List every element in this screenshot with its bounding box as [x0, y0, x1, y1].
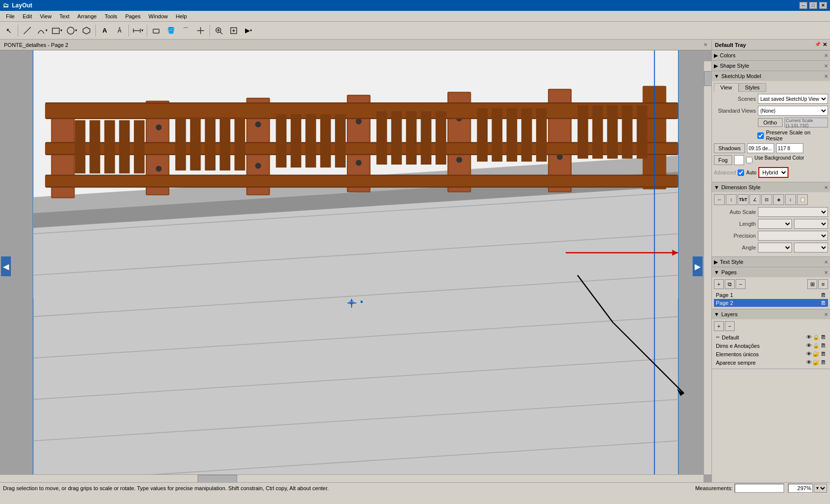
maximize-button[interactable]: □ — [809, 2, 817, 9]
delete-layer-button[interactable]: − — [725, 321, 735, 331]
sketchup-close-icon[interactable]: ✕ — [824, 74, 828, 79]
angle-select-2[interactable] — [794, 243, 828, 252]
vertical-scrollbar[interactable] — [704, 61, 711, 474]
rect-tool[interactable]: ▾ — [50, 24, 64, 38]
page-canvas[interactable]: ◀ ▶ — [0, 50, 711, 482]
tray-pin-icon[interactable]: 📌 — [815, 42, 821, 48]
standard-views-select[interactable]: (None) — [758, 106, 828, 116]
polygon-tool[interactable] — [80, 24, 93, 38]
dim-btn-ordinate[interactable]: ↕ — [726, 194, 737, 205]
ortho-button[interactable]: Ortho — [758, 118, 783, 127]
precision-select[interactable] — [758, 231, 828, 241]
dim-btn-copy[interactable]: 📋 — [797, 194, 808, 205]
line-tool[interactable] — [20, 24, 34, 38]
layer-dims-visible-icon[interactable]: 👁 — [806, 342, 812, 349]
pages-close-icon[interactable]: ✕ — [824, 270, 828, 275]
sketchup-model-header[interactable]: ▼ SketchUp Model ✕ — [712, 71, 830, 81]
preserve-scale-checkbox[interactable] — [757, 132, 764, 139]
colors-section-header[interactable]: ▶ Colors ✕ — [712, 50, 830, 60]
fog-color-swatch[interactable] — [734, 155, 744, 165]
text-tool[interactable]: A — [98, 24, 112, 38]
dim-btn-chain[interactable]: ◈ — [773, 194, 784, 205]
document-tab-label[interactable]: PONTE_detalhes - Page 2 — [4, 42, 68, 48]
pages-grid-view[interactable]: ⊞ — [807, 279, 817, 289]
dim-btn-angle[interactable]: ∠ — [749, 194, 760, 205]
menu-window[interactable]: Window — [145, 12, 172, 20]
page-nav-left[interactable]: ◀ — [1, 256, 11, 276]
dim-btn-text[interactable]: TbT — [738, 194, 748, 205]
fog-button[interactable]: Fog — [714, 155, 732, 165]
shape-style-header[interactable]: ▶ Shape Style ✕ — [712, 61, 830, 71]
tray-close-icon[interactable]: ✕ — [823, 42, 827, 48]
label-tool[interactable]: Ā — [113, 24, 126, 38]
colors-close-icon[interactable]: ✕ — [824, 53, 828, 58]
layers-section-header[interactable]: ▼ Layers ✕ — [712, 309, 830, 319]
menu-view[interactable]: View — [36, 12, 56, 20]
delete-page-button[interactable]: − — [736, 279, 746, 289]
page-2-item[interactable]: Page 2 🖹 — [714, 299, 828, 307]
layers-close-icon[interactable]: ✕ — [824, 312, 828, 317]
layer-elementos[interactable]: Elementos únicos 👁 🔐 🖹 — [714, 350, 828, 358]
layer-aparece[interactable]: Aparece sempre 👁 🔐 🖹 — [714, 358, 828, 367]
close-button[interactable]: ✕ — [819, 2, 827, 9]
dim-btn-break[interactable]: ⊟ — [761, 194, 772, 205]
menu-file[interactable]: File — [2, 12, 19, 20]
zoom-dropdown[interactable]: ▾ — [814, 484, 827, 493]
page-nav-right[interactable]: ▶ — [693, 256, 703, 276]
layer-default-lock-icon[interactable]: 🔒 — [813, 334, 820, 340]
tab-styles[interactable]: Styles — [739, 83, 766, 92]
zoom-value[interactable] — [788, 484, 813, 493]
layer-aparece-visible-icon[interactable]: 👁 — [806, 359, 812, 366]
dimension-style-header[interactable]: ▼ Dimension Style ✕ — [712, 182, 830, 192]
length-select-2[interactable] — [794, 219, 828, 229]
layer-aparece-lock-icon[interactable]: 🔐 — [813, 359, 820, 366]
layer-default-visible-icon[interactable]: 👁 — [806, 334, 812, 340]
duplicate-page-button[interactable]: ⧉ — [725, 279, 735, 289]
menu-pages[interactable]: Pages — [121, 12, 144, 20]
layer-elementos-visible-icon[interactable]: 👁 — [806, 351, 812, 357]
dimension-tool-dropdown[interactable]: ▾ — [131, 24, 145, 38]
arc-tool-dropdown[interactable]: ▾ — [35, 24, 49, 38]
window-controls[interactable]: ─ □ ✕ — [799, 2, 827, 9]
menu-text[interactable]: Text — [55, 12, 73, 20]
menu-arrange[interactable]: Arrange — [74, 12, 101, 20]
use-bg-color-checkbox[interactable] — [746, 155, 752, 165]
page-1-item[interactable]: Page 1 🖹 — [714, 291, 828, 299]
menu-edit[interactable]: Edit — [19, 12, 36, 20]
pan-dropdown[interactable]: ▶▾ — [242, 24, 255, 38]
minimize-button[interactable]: ─ — [799, 2, 807, 9]
measurements-input[interactable] — [735, 484, 784, 493]
dim-btn-move[interactable]: ↕ — [785, 194, 796, 205]
circle-tool[interactable]: ▾ — [65, 24, 79, 38]
zoom-fit-tool[interactable] — [227, 24, 241, 38]
length-select-1[interactable] — [758, 219, 792, 229]
horizontal-scrollbar[interactable] — [0, 474, 704, 482]
zoom-in-tool[interactable] — [212, 24, 226, 38]
pages-section-header[interactable]: ▼ Pages ✕ — [712, 267, 830, 277]
shadows-button[interactable]: Shadows — [714, 143, 745, 153]
eraser-tool[interactable] — [149, 24, 163, 38]
hybrid-select[interactable]: Hybrid Vector Raster — [758, 167, 788, 178]
bezier-tool[interactable]: ⌒ — [179, 24, 193, 38]
document-tab-close[interactable]: ✕ — [704, 42, 707, 47]
layer-elementos-lock-icon[interactable]: 🔐 — [813, 351, 820, 357]
shadows-val-input[interactable] — [776, 143, 803, 153]
layer-default[interactable]: ✏ Default 👁 🔒 🖹 — [714, 333, 828, 341]
auto-checkbox[interactable] — [738, 169, 744, 176]
layer-dims-lock-icon[interactable]: 🔒 — [813, 342, 820, 349]
tab-view[interactable]: View — [714, 83, 739, 92]
add-layer-button[interactable]: + — [714, 321, 724, 331]
add-page-button[interactable]: + — [714, 279, 724, 289]
menu-tools[interactable]: Tools — [101, 12, 122, 20]
pages-list-view[interactable]: ≡ — [818, 279, 828, 289]
layer-dims[interactable]: Dims e Anotações 👁 🔒 🖹 — [714, 341, 828, 350]
menu-help[interactable]: Help — [172, 12, 191, 20]
dim-btn-linear[interactable]: ↔ — [714, 194, 725, 205]
split-tool[interactable] — [194, 24, 208, 38]
shadows-time-input[interactable] — [747, 143, 774, 153]
text-style-close-icon[interactable]: ✕ — [824, 259, 828, 265]
dim-style-close-icon[interactable]: ✕ — [824, 185, 828, 190]
angle-select-1[interactable] — [758, 243, 792, 252]
text-style-header[interactable]: ▶ Text Style ✕ — [712, 257, 830, 267]
auto-scale-select[interactable] — [758, 207, 828, 217]
